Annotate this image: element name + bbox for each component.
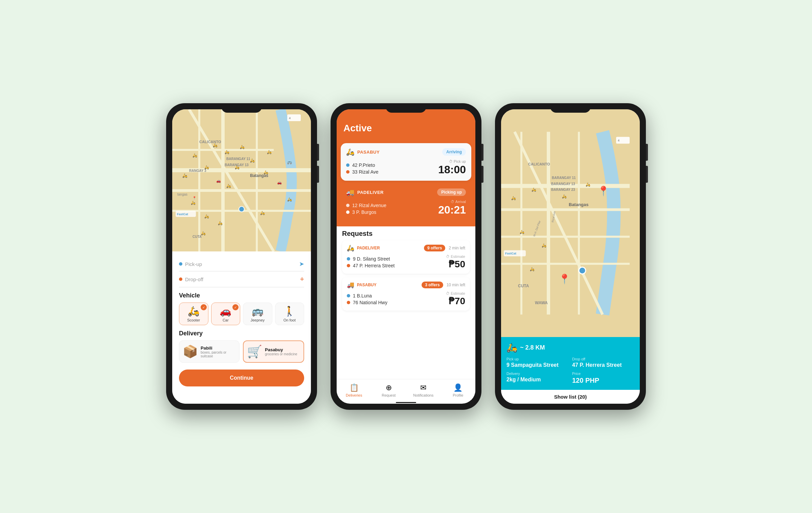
svg-text:🛵: 🛵: [213, 143, 218, 148]
vehicle-car[interactable]: ✓ 🚗 Car: [211, 303, 241, 325]
add-stop-icon[interactable]: +: [300, 275, 304, 284]
active-title: Active: [343, 123, 469, 134]
svg-text:🛵: 🛵: [240, 144, 245, 149]
svg-text:RANGAY 3: RANGAY 3: [189, 169, 206, 173]
price-info-cell: Price 120 PHP: [572, 372, 634, 384]
request-2-brand: 🚚 PASABUY: [347, 281, 377, 289]
volume-up-btn-3[interactable]: [646, 144, 648, 161]
on-foot-label: On foot: [284, 318, 296, 322]
pasabuy-text: Pasabuy groceries or medicine: [265, 347, 297, 356]
request-1-meta: 9 offers 2 min left: [424, 245, 465, 251]
dropoff-info-cell: Drop off 47 P. Herrera Street: [572, 357, 634, 368]
car-label: Car: [223, 318, 229, 322]
profile-label: Profile: [453, 393, 463, 397]
dropoff-info-value: 47 P. Herrera Street: [572, 362, 634, 368]
phone-3: CALICANTO BARANGAY 11 BARANGAY 13 BARANG…: [495, 103, 646, 410]
svg-text:🛵: 🛵: [542, 243, 546, 248]
order-1-pickup-text: 42 P.Prieto: [352, 162, 375, 168]
order-1-header: 🛵 PASABUY Arriving: [346, 148, 466, 156]
svg-text:CUTA: CUTA: [518, 284, 529, 288]
svg-text:tangas: tangas: [177, 193, 187, 196]
request-2-pickup-text: 1 B.Luna: [353, 293, 372, 298]
svg-text:🛵: 🛵: [218, 221, 223, 225]
active-header: Active: [337, 109, 475, 140]
pabili-text: Pabili boxes, parcels or suitcase: [201, 345, 236, 358]
phone-notch-3: [550, 103, 591, 113]
map-background-3: CALICANTO BARANGAY 11 BARANGAY 13 BARANG…: [501, 109, 640, 337]
svg-text:4: 4: [618, 139, 619, 142]
delivery-section-title: Delivery: [179, 330, 304, 337]
svg-text:🛵: 🛵: [267, 150, 272, 154]
svg-text:🛵: 🛵: [191, 200, 196, 205]
svg-text:🛵: 🛵: [520, 229, 524, 234]
nav-notifications[interactable]: ✉ Notifications: [406, 382, 441, 399]
svg-text:Batangas: Batangas: [569, 202, 589, 207]
volume-down-btn[interactable]: [317, 166, 319, 183]
vehicle-on-foot[interactable]: 🚶 On foot: [275, 303, 304, 325]
pasabuy-desc: groceries or medicine: [265, 352, 297, 356]
nav-request[interactable]: ⊕ Request: [371, 382, 406, 399]
order-card-2[interactable]: 🚚 PADELIVER Picking up 12 Rizal Avenue: [341, 183, 471, 221]
nav-profile[interactable]: 👤 Profile: [441, 382, 476, 399]
volume-down-btn-3[interactable]: [646, 166, 648, 183]
delivery-info-panel: 🛵 ~ 2.8 KM Pick up 9 Sampaguita Street D…: [501, 337, 640, 390]
request-2-icon: 🚚: [347, 281, 354, 289]
continue-button[interactable]: Continue: [179, 370, 304, 386]
svg-text:BARANGAY 11: BARANGAY 11: [552, 176, 576, 180]
svg-text:🚌: 🚌: [287, 160, 292, 164]
phone3-screen: CALICANTO BARANGAY 11 BARANGAY 13 BARANG…: [501, 109, 640, 404]
svg-text:🛵: 🛵: [287, 197, 292, 202]
request-1-body: 9 D. Silang Street 47 P. Herrera Street …: [347, 254, 465, 270]
svg-point-15: [239, 206, 244, 212]
order-2-brand: 🚚 PADELIVER: [346, 188, 384, 196]
requests-title: Requests: [342, 230, 470, 238]
pickup-field[interactable]: Pick-up ➤: [179, 257, 304, 271]
order-2-header: 🚚 PADELIVER Picking up: [346, 188, 466, 196]
order-card-1[interactable]: 🛵 PASABUY Arriving 42 P.Prieto: [341, 143, 471, 181]
order-2-body: 12 Rizal Avenue 3 P. Burgos ⏱ Arrival 20…: [346, 200, 466, 216]
deliveries-icon: 📋: [349, 383, 359, 392]
svg-text:🛵: 🛵: [586, 182, 590, 187]
request-2-brand-name: PASABUY: [357, 283, 377, 287]
pabili-icon: 📦: [183, 344, 198, 359]
svg-text:BARANGAY 23: BARANGAY 23: [551, 188, 575, 192]
order-1-body: 42 P.Prieto 33 Rizal Ave ⏱ Pick up 18:00: [346, 159, 466, 176]
order-2-status: Picking up: [437, 188, 466, 196]
svg-text:CALICANTO: CALICANTO: [199, 140, 221, 144]
order-1-dropoff: 33 Rizal Ave: [346, 169, 379, 175]
request-card-1[interactable]: 🛵 PADELIVER 9 offers 2 min left: [342, 240, 470, 274]
pasabuy-name: Pasabuy: [265, 347, 297, 352]
vehicle-jeepney[interactable]: 🚌 Jeepney: [243, 303, 272, 325]
request-1-pickup: 9 D. Silang Street: [347, 256, 394, 262]
request-label: Request: [382, 393, 396, 397]
svg-text:CUTA: CUTA: [193, 235, 202, 239]
delivery-pabili[interactable]: 📦 Pabili boxes, parcels or suitcase: [179, 340, 240, 363]
request-1-time-left: 2 min left: [449, 246, 465, 250]
phone-2: Active 🛵 PASABUY Arriving: [331, 103, 481, 410]
navigate-icon: ➤: [299, 260, 304, 268]
dropoff-input[interactable]: Drop-off: [185, 276, 297, 282]
pickup-input[interactable]: Pick-up: [185, 261, 296, 267]
scooter-icon: 🛵: [188, 306, 200, 317]
delivery-info-cell: Delivery 2kg / Medium: [506, 372, 569, 384]
request-2-estimate-value: ₱70: [449, 295, 465, 307]
order-1-time: ⏱ Pick up 18:00: [438, 159, 466, 176]
nav-deliveries[interactable]: 📋 Deliveries: [337, 382, 371, 399]
delivery-pasabuy[interactable]: 🛒 Pasabuy groceries or medicine: [243, 340, 304, 363]
volume-down-btn-2[interactable]: [481, 166, 483, 183]
volume-up-btn[interactable]: [317, 144, 319, 161]
order-2-addresses: 12 Rizal Avenue 3 P. Burgos: [346, 201, 386, 216]
notifications-label: Notifications: [413, 393, 433, 397]
pickup-dot-1: [346, 163, 349, 167]
padeliver-brand-icon: 🚚: [346, 188, 355, 196]
request-1-icon: 🛵: [347, 244, 354, 252]
volume-up-btn-2[interactable]: [481, 144, 483, 161]
vehicle-options: ✓ 🛵 Scooter ✓ 🚗 Car 🚌 Jeepney 🚶: [179, 303, 304, 325]
request-card-2[interactable]: 🚚 PASABUY 3 offers 10 min left: [342, 277, 470, 311]
request-1-brand: 🛵 PADELIVER: [347, 244, 380, 252]
dropoff-field[interactable]: Drop-off +: [179, 271, 304, 287]
show-list-bar[interactable]: Show list (20): [501, 390, 640, 404]
request-icon: ⊕: [386, 383, 392, 392]
vehicle-scooter[interactable]: ✓ 🛵 Scooter: [179, 303, 208, 325]
order-1-time-label: ⏱ Pick up: [449, 159, 466, 163]
